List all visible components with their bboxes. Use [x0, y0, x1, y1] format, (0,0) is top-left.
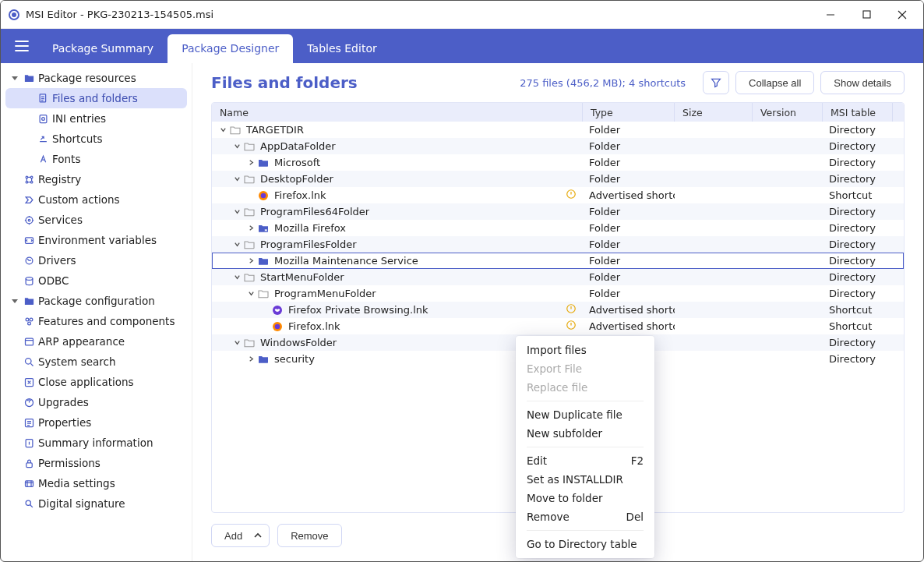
tab-package-summary[interactable]: Package Summary	[38, 34, 168, 63]
ini-icon	[35, 113, 51, 125]
expand-toggle[interactable]	[246, 355, 256, 362]
expand-toggle[interactable]	[232, 274, 242, 281]
filter-button[interactable]	[703, 71, 729, 94]
nav-permissions[interactable]: Permissions	[5, 453, 187, 473]
remove-button[interactable]: Remove	[277, 524, 341, 547]
upgrades-icon	[21, 397, 37, 408]
nav-close-apps[interactable]: Close applications	[5, 372, 187, 392]
table-row[interactable]: DesktopFolderFolderDirectory	[212, 171, 904, 187]
table-row[interactable]: AppDataFolderFolderDirectory	[212, 138, 904, 154]
permissions-icon	[21, 458, 37, 469]
ctx-edit[interactable]: EditF2	[516, 451, 654, 470]
menu-button[interactable]	[5, 29, 38, 63]
nav-arp[interactable]: ARP appearance	[5, 331, 187, 352]
nav-files-folders[interactable]: Files and folders	[5, 88, 187, 108]
row-table: Directory	[823, 124, 893, 136]
nav-system-search[interactable]: System search	[5, 352, 187, 372]
add-button[interactable]: Add	[211, 524, 270, 547]
folder-icon	[21, 72, 37, 84]
ctx-new-duplicate[interactable]: New Duplicate file	[516, 405, 654, 424]
col-name[interactable]: Name	[212, 103, 583, 122]
nav-registry[interactable]: Registry	[5, 169, 187, 189]
collapse-all-button[interactable]: Collapse all	[735, 71, 814, 94]
nav-package-configuration[interactable]: Package configuration	[5, 291, 187, 311]
nav-shortcuts[interactable]: Shortcuts	[5, 129, 187, 149]
expand-toggle[interactable]	[246, 257, 256, 264]
row-table: Shortcut	[823, 304, 893, 316]
table-row[interactable]: ProgramMenuFolderFolderDirectory	[212, 285, 904, 302]
expand-toggle[interactable]	[232, 208, 242, 215]
table-row[interactable]: StartMenuFolderFolderDirectory	[212, 269, 904, 285]
table-row[interactable]: TARGETDIRFolderDirectory	[212, 122, 904, 138]
table-row[interactable]: MicrosoftFolderDirectory	[212, 154, 904, 171]
folder-icon	[243, 271, 256, 284]
svg-rect-29	[25, 480, 33, 486]
folder-icon	[243, 140, 256, 153]
nav-features[interactable]: Features and components	[5, 311, 187, 331]
nav-services[interactable]: Services	[5, 210, 187, 230]
ctx-remove[interactable]: RemoveDel	[516, 507, 654, 526]
titlebar: MSI Editor - PKG-230213-154505.msi	[1, 1, 923, 29]
col-size[interactable]: Size	[675, 103, 753, 122]
svg-point-10	[26, 176, 28, 178]
table-row[interactable]: ProgramFilesFolderFolderDirectory	[212, 236, 904, 253]
nav-env-vars[interactable]: Environment variables	[5, 230, 187, 250]
expand-toggle[interactable]	[246, 224, 256, 232]
row-table: Directory	[823, 271, 893, 283]
folder-blue-icon	[257, 353, 270, 366]
ctx-new-subfolder[interactable]: New subfolder	[516, 424, 654, 443]
signature-icon	[21, 498, 37, 510]
col-type[interactable]: Type	[583, 103, 675, 122]
firefox-priv-icon	[271, 304, 284, 316]
expand-toggle[interactable]	[232, 175, 242, 182]
svg-point-30	[26, 500, 30, 505]
col-msi-table[interactable]: MSI table	[823, 103, 893, 122]
nav-odbc[interactable]: ODBC	[5, 270, 187, 291]
table-row[interactable]: Firefox.lnkAdvertised shortcutShortcut	[212, 318, 904, 334]
folder-icon	[243, 173, 256, 186]
table-row[interactable]: ProgramFiles64FolderFolderDirectory	[212, 203, 904, 220]
ctx-import-files[interactable]: Import files	[516, 341, 654, 359]
context-menu: Import files Export File Replace file Ne…	[516, 336, 654, 558]
nav-ini-entries[interactable]: INI entries	[5, 108, 187, 129]
nav-drivers[interactable]: Drivers	[5, 250, 187, 270]
close-button[interactable]	[884, 1, 920, 29]
expand-toggle[interactable]	[218, 126, 227, 133]
col-version[interactable]: Version	[753, 103, 823, 122]
ctx-replace-file: Replace file	[516, 378, 654, 397]
nav-fonts[interactable]: Fonts	[5, 149, 187, 169]
nav-summary-info[interactable]: Summary information	[5, 433, 187, 453]
show-details-button[interactable]: Show details	[820, 71, 905, 94]
table-row[interactable]: Mozilla FirefoxFolderDirectory	[212, 220, 904, 236]
table-row[interactable]: Firefox.lnkAdvertised shortcutShortcut	[212, 187, 904, 203]
nav-media[interactable]: Media settings	[5, 473, 187, 493]
row-table: Directory	[823, 173, 893, 185]
minimize-button[interactable]	[813, 1, 848, 29]
nav-package-resources[interactable]: Package resources	[5, 68, 187, 88]
expand-toggle[interactable]	[232, 339, 242, 346]
ctx-set-installdir[interactable]: Set as INSTALLDIR	[516, 470, 654, 489]
expand-toggle[interactable]	[232, 241, 242, 248]
expand-toggle[interactable]	[246, 290, 256, 297]
nav-properties[interactable]: Properties	[5, 412, 187, 433]
tab-tables-editor[interactable]: Tables Editor	[293, 34, 390, 63]
folder-blue-icon	[257, 157, 270, 169]
row-table: Directory	[823, 140, 893, 152]
folder-icon	[243, 206, 256, 218]
table-row[interactable]: Firefox Private Browsing.lnkAdvertised s…	[212, 302, 904, 318]
tab-package-designer[interactable]: Package Designer	[168, 34, 293, 63]
nav-digital-signature[interactable]: Digital signature	[5, 493, 187, 514]
maximize-button[interactable]	[848, 1, 884, 29]
row-name: DesktopFolder	[260, 173, 333, 185]
ctx-move-folder[interactable]: Move to folder	[516, 489, 654, 507]
nav-upgrades[interactable]: Upgrades	[5, 392, 187, 412]
expand-toggle[interactable]	[246, 159, 256, 166]
ctx-goto-directory[interactable]: Go to Directory table	[516, 535, 654, 553]
row-type: Folder	[583, 124, 675, 136]
expand-toggle[interactable]	[232, 143, 242, 150]
svg-point-38	[275, 323, 280, 329]
table-row[interactable]: Mozilla Maintenance ServiceFolderDirecto…	[212, 253, 904, 269]
nav-custom-actions[interactable]: Custom actions	[5, 189, 187, 210]
row-table: Directory	[823, 255, 893, 267]
row-type: Folder	[583, 239, 675, 250]
